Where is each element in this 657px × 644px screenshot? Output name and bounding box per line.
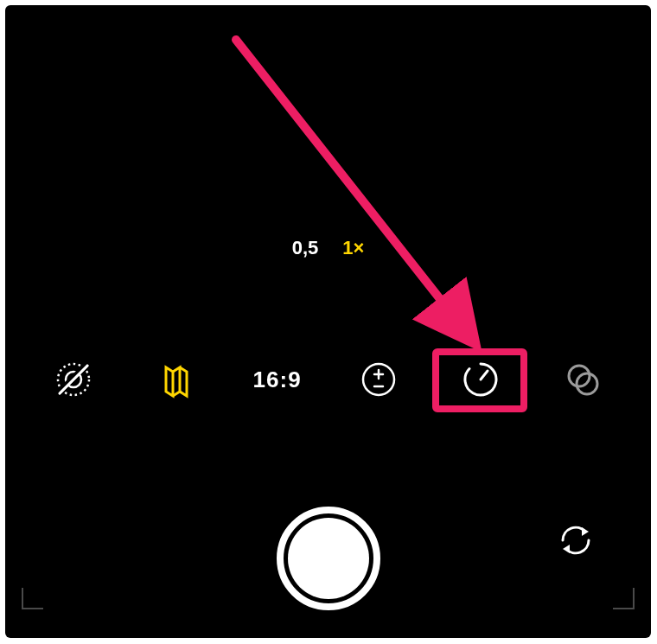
timer-button[interactable] xyxy=(459,358,502,401)
filters-button[interactable] xyxy=(561,358,604,401)
zoom-0-5x-button[interactable]: 0,5 xyxy=(292,237,319,259)
svg-line-13 xyxy=(236,40,466,332)
camera-toolbar: 16:9 xyxy=(5,358,651,401)
styles-icon xyxy=(154,358,197,401)
zoom-1x-button[interactable]: 1× xyxy=(342,237,364,259)
exposure-button[interactable] xyxy=(357,358,400,401)
filters-icon xyxy=(564,360,602,399)
timer-icon xyxy=(462,361,499,398)
aspect-ratio-label: 16:9 xyxy=(253,367,302,393)
svg-line-4 xyxy=(60,366,87,393)
viewfinder-corner-br xyxy=(611,586,635,610)
exposure-icon xyxy=(360,361,397,398)
photographic-styles-button[interactable] xyxy=(154,358,197,401)
svg-line-9 xyxy=(481,371,488,379)
live-photo-toggle[interactable] xyxy=(52,358,95,401)
annotation-arrow xyxy=(226,31,511,360)
shutter-button[interactable] xyxy=(277,507,380,610)
flip-camera-icon xyxy=(556,520,596,560)
zoom-selector: 0,5 1× xyxy=(5,237,651,259)
aspect-ratio-button[interactable]: 16:9 xyxy=(256,358,299,401)
svg-marker-14 xyxy=(582,527,589,536)
flip-camera-button[interactable] xyxy=(554,519,597,562)
svg-marker-15 xyxy=(563,545,570,553)
viewfinder-corner-bl xyxy=(21,586,45,610)
shutter-inner xyxy=(288,518,369,599)
live-photo-off-icon xyxy=(52,358,95,401)
camera-viewport: 0,5 1× 16:9 xyxy=(5,5,651,638)
